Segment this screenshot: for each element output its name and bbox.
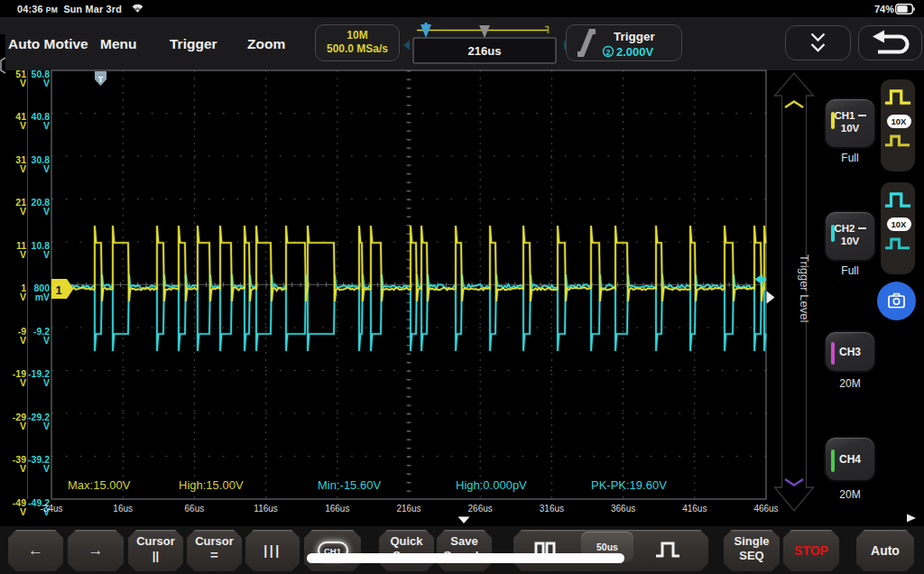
svg-text:66us: 66us: [185, 504, 205, 514]
svg-text:V: V: [20, 163, 26, 174]
svg-text:116us: 116us: [254, 504, 278, 514]
svg-text:High:0.000pV: High:0.000pV: [456, 478, 527, 492]
svg-text:16us: 16us: [113, 504, 133, 514]
svg-text:V: V: [20, 377, 26, 388]
svg-text:V: V: [43, 206, 50, 217]
svg-text:V: V: [43, 377, 50, 388]
svg-text:V: V: [20, 506, 26, 517]
svg-text:216us: 216us: [396, 504, 420, 514]
svg-text:416us: 416us: [682, 504, 707, 514]
svg-text:316us: 316us: [540, 504, 564, 514]
svg-text:V: V: [43, 120, 50, 131]
svg-text:V: V: [20, 249, 26, 260]
svg-text:V: V: [20, 120, 26, 131]
svg-text:Trigger Level: Trigger Level: [798, 255, 811, 322]
svg-text:466us: 466us: [753, 504, 778, 514]
svg-text:Max:15.00V: Max:15.00V: [68, 478, 131, 492]
svg-text:Min:-15.60V: Min:-15.60V: [318, 478, 381, 492]
svg-text:166us: 166us: [325, 504, 349, 514]
svg-text:V: V: [20, 292, 26, 302]
svg-text:V: V: [43, 78, 50, 88]
svg-text:T: T: [98, 75, 104, 84]
svg-text:V: V: [43, 163, 50, 174]
svg-text:PK-PK:19.60V: PK-PK:19.60V: [591, 478, 667, 492]
svg-text:mV: mV: [35, 292, 50, 302]
svg-text:V: V: [20, 78, 26, 88]
svg-text:366us: 366us: [611, 504, 635, 514]
svg-text:V: V: [43, 249, 50, 260]
svg-text:High:15.00V: High:15.00V: [179, 478, 244, 492]
svg-text:V: V: [43, 335, 50, 346]
svg-text:V: V: [20, 463, 26, 474]
svg-text:V: V: [20, 335, 26, 346]
svg-text:-34us: -34us: [40, 504, 62, 514]
svg-text:V: V: [43, 421, 50, 431]
svg-text:266us: 266us: [468, 504, 493, 514]
svg-text:V: V: [43, 463, 50, 474]
svg-text:V: V: [20, 421, 26, 431]
svg-text:V: V: [20, 206, 26, 217]
svg-text:1: 1: [55, 283, 61, 297]
